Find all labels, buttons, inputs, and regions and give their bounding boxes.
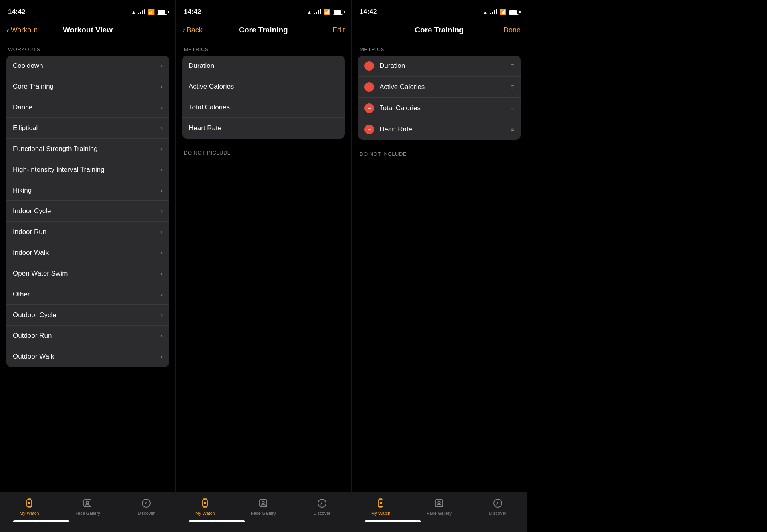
chevron-left-icon-2: ‹ — [182, 26, 185, 35]
my-watch-tab-label-2: My Watch — [195, 511, 215, 516]
discover-tab-label-2: Discover — [313, 511, 330, 516]
location-icon-3: ▲ — [483, 10, 487, 14]
tab-face-gallery-1[interactable]: Face Gallery — [72, 497, 103, 516]
face-gallery-icon-3 — [433, 497, 445, 509]
tab-my-watch-2[interactable]: My Watch — [189, 497, 221, 522]
list-item-outdoor-walk[interactable]: Outdoor Walk › — [6, 346, 169, 367]
home-indicator-1 — [13, 520, 69, 522]
chevron-right-icon: › — [161, 187, 163, 194]
list-item-other[interactable]: Other › — [6, 284, 169, 305]
list-item-cooldown[interactable]: Cooldown › — [6, 56, 169, 76]
chevron-right-icon: › — [161, 270, 163, 277]
remove-heart-rate-button[interactable]: − — [364, 125, 374, 134]
metric-heart-rate-2[interactable]: Heart Rate — [182, 118, 345, 139]
wifi-icon: 📶 — [148, 9, 155, 15]
active-calories-label-2: Active Calories — [189, 83, 338, 91]
metrics-list-2: Duration Active Calories Total Calories … — [182, 56, 345, 139]
tab-my-watch-1[interactable]: My Watch — [13, 497, 45, 522]
signal-icon-2 — [314, 10, 321, 14]
battery-icon-3 — [509, 10, 519, 15]
drag-handle-active-calories[interactable]: ≡ — [511, 83, 514, 91]
list-item-elliptical[interactable]: Elliptical › — [6, 118, 169, 139]
remove-total-calories-button[interactable]: − — [364, 103, 374, 113]
tab-bar-1: My Watch Face Gallery Discover — [0, 492, 175, 532]
metrics-list-3: − Duration ≡ − Active Calories ≡ − Total… — [358, 56, 521, 140]
do-not-include-label-3: DO NOT INCLUDE — [352, 146, 527, 160]
signal-icon-3 — [490, 10, 497, 14]
nav-title-2: Core Training — [239, 26, 288, 34]
metric-heart-rate-3[interactable]: − Heart Rate ≡ — [358, 119, 521, 140]
back-button-2[interactable]: ‹ Back — [182, 26, 214, 35]
discover-icon-3 — [492, 497, 504, 509]
list-item-core-training[interactable]: Core Training › — [6, 76, 169, 97]
status-bar-2: 14:42 ▲ 📶 — [176, 0, 351, 21]
functional-strength-label: Functional Strength Training — [13, 145, 161, 153]
nav-title-3: Core Training — [415, 26, 463, 34]
chevron-right-icon: › — [161, 353, 163, 360]
tab-discover-3[interactable]: Discover — [482, 497, 514, 516]
tab-discover-2[interactable]: Discover — [306, 497, 338, 516]
phone-panel-2: 14:42 ▲ 📶 ‹ Back Core Training Edit METR… — [176, 0, 352, 532]
nav-bar-3: Core Training Done — [352, 21, 527, 42]
list-item-open-water-swim[interactable]: Open Water Swim › — [6, 263, 169, 284]
drag-handle-heart-rate[interactable]: ≡ — [511, 126, 514, 133]
tab-face-gallery-2[interactable]: Face Gallery — [247, 497, 279, 516]
tab-my-watch-3[interactable]: My Watch — [365, 497, 397, 522]
list-item-indoor-run[interactable]: Indoor Run › — [6, 222, 169, 242]
chevron-right-icon: › — [161, 208, 163, 215]
elliptical-label: Elliptical — [13, 124, 161, 132]
indoor-run-label: Indoor Run — [13, 228, 161, 236]
open-water-swim-label: Open Water Swim — [13, 270, 161, 278]
chevron-right-icon: › — [161, 249, 163, 256]
back-button-1[interactable]: ‹ Workout — [6, 26, 38, 35]
back-label-2[interactable]: Back — [187, 26, 203, 34]
remove-active-calories-button[interactable]: − — [364, 82, 374, 92]
wifi-icon-3: 📶 — [499, 9, 506, 15]
nav-bar-2: ‹ Back Core Training Edit — [176, 21, 351, 42]
list-item-indoor-walk[interactable]: Indoor Walk › — [6, 242, 169, 263]
list-item-outdoor-cycle[interactable]: Outdoor Cycle › — [6, 305, 169, 326]
my-watch-tab-label-3: My Watch — [371, 511, 391, 516]
metric-total-calories-3[interactable]: − Total Calories ≡ — [358, 98, 521, 119]
indoor-walk-label: Indoor Walk — [13, 249, 161, 257]
drag-handle-duration[interactable]: ≡ — [511, 62, 514, 69]
my-watch-icon-2 — [199, 497, 211, 509]
status-time-3: 14:42 — [360, 8, 377, 16]
my-watch-tab-label-1: My Watch — [20, 511, 39, 516]
hiking-label: Hiking — [13, 187, 161, 195]
status-icons-3: ▲ 📶 — [483, 9, 519, 15]
chevron-right-icon: › — [161, 145, 163, 153]
metric-duration-3[interactable]: − Duration ≡ — [358, 56, 521, 77]
remove-duration-button[interactable]: − — [364, 61, 374, 71]
done-button-3[interactable]: Done — [497, 26, 521, 34]
edit-button-2[interactable]: Edit — [321, 26, 345, 34]
tab-discover-1[interactable]: Discover — [130, 497, 162, 516]
discover-icon-1 — [140, 497, 152, 509]
duration-label-3: Duration — [380, 62, 511, 70]
chevron-right-icon: › — [161, 62, 163, 69]
list-item-hiit[interactable]: High-Intensity Interval Training › — [6, 159, 169, 180]
face-gallery-tab-label-2: Face Gallery — [251, 511, 276, 516]
nav-title-1: Workout View — [63, 26, 113, 34]
list-item-indoor-cycle[interactable]: Indoor Cycle › — [6, 201, 169, 222]
tab-face-gallery-3[interactable]: Face Gallery — [423, 497, 455, 516]
list-item-functional-strength[interactable]: Functional Strength Training › — [6, 139, 169, 159]
svg-point-17 — [380, 502, 382, 504]
list-item-outdoor-run[interactable]: Outdoor Run › — [6, 326, 169, 346]
chevron-right-icon: › — [161, 166, 163, 173]
back-label-1[interactable]: Workout — [11, 26, 38, 34]
location-icon: ▲ — [131, 10, 136, 14]
svg-rect-8 — [203, 498, 207, 500]
home-indicator-2 — [189, 520, 245, 522]
face-gallery-tab-label-1: Face Gallery — [75, 511, 100, 516]
list-item-hiking[interactable]: Hiking › — [6, 180, 169, 201]
metric-total-calories-2[interactable]: Total Calories — [182, 97, 345, 118]
workouts-list: Cooldown › Core Training › Dance › Ellip… — [6, 56, 169, 367]
list-item-dance[interactable]: Dance › — [6, 97, 169, 118]
metric-duration-2[interactable]: Duration — [182, 56, 345, 76]
my-watch-icon-1 — [23, 497, 35, 509]
svg-rect-2 — [28, 507, 31, 508]
metric-active-calories-2[interactable]: Active Calories — [182, 76, 345, 97]
metric-active-calories-3[interactable]: − Active Calories ≡ — [358, 77, 521, 98]
drag-handle-total-calories[interactable]: ≡ — [511, 105, 514, 112]
